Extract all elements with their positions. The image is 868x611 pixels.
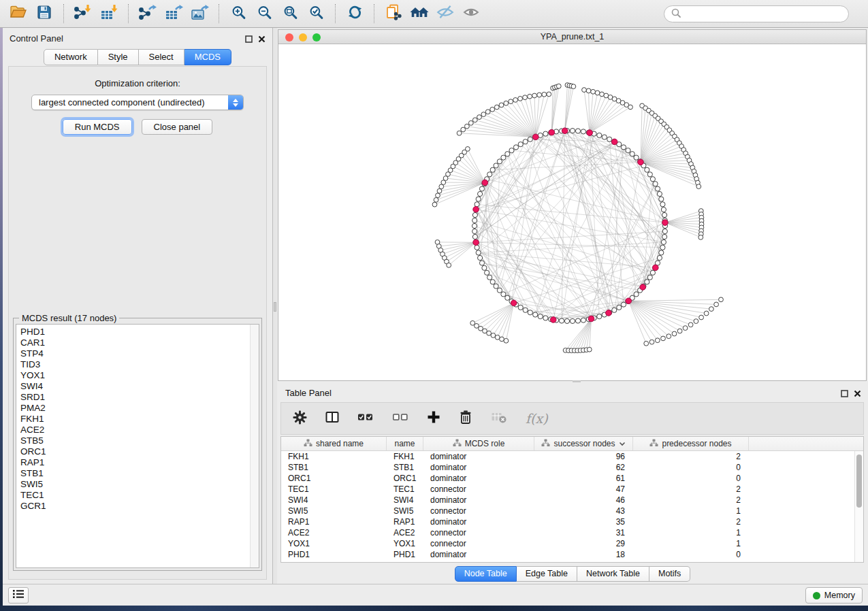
table-cell[interactable]: SWI4 [387,495,423,506]
table-cell[interactable]: 1 [633,538,749,549]
table-cell[interactable]: YOX1 [387,538,423,549]
new-network-from-selection-button[interactable] [381,3,406,24]
table-tab-node-table[interactable]: Node Table [455,566,517,582]
table-cell[interactable]: RAP1 [387,516,423,527]
table-cell[interactable]: 61 [534,473,633,484]
table-settings-button[interactable] [293,410,307,427]
tab-network[interactable]: Network [44,49,98,65]
table-row[interactable]: ACE2ACE2connector311 [281,527,854,538]
column-header-predecessor-nodes[interactable]: predecessor nodes [633,437,749,450]
table-cell[interactable]: 0 [633,549,749,560]
table-cell[interactable]: 0 [633,473,749,484]
column-header-MCDS-role[interactable]: MCDS role [423,437,534,450]
task-history-button[interactable] [8,587,29,604]
zoom-selected-button[interactable] [303,3,329,24]
table-cell[interactable]: connector [423,538,534,549]
network-canvas[interactable] [278,45,866,380]
table-cell[interactable]: 31 [534,527,633,538]
table-cell[interactable]: 29 [534,538,633,549]
table-cell[interactable]: SWI5 [387,506,423,516]
table-cell[interactable]: 43 [534,506,633,516]
splitter-grip[interactable] [274,302,276,312]
mcds-result-item[interactable]: ACE2 [16,425,259,435]
scrollbar-thumb[interactable] [856,455,862,508]
tab-select[interactable]: Select [139,49,184,65]
table-tab-network-table[interactable]: Network Table [577,566,649,582]
mcds-result-item[interactable]: ORC1 [16,446,259,457]
refresh-button[interactable] [342,3,368,24]
add-column-button[interactable] [427,410,440,427]
mcds-result-item[interactable]: STP4 [16,348,259,359]
table-cell[interactable]: dominator [423,473,534,484]
table-row[interactable]: STB1STB1dominator620 [281,462,854,473]
table-cell[interactable]: 0 [633,462,749,473]
mcds-result-item[interactable]: PHD1 [16,327,259,337]
table-row[interactable]: FKH1FKH1dominator962 [281,451,854,462]
table-cell[interactable]: 18 [534,549,633,560]
column-header-name[interactable]: name [387,437,423,450]
table-cell[interactable]: 2 [633,484,749,495]
table-cell[interactable]: dominator [423,495,534,506]
zoom-out-button[interactable] [251,3,277,24]
table-cell[interactable]: TEC1 [281,484,387,495]
table-cell[interactable]: PHD1 [281,549,387,560]
table-cell[interactable]: RAP1 [281,516,387,527]
mcds-result-item[interactable]: YOX1 [16,370,259,381]
result-scrollbar[interactable] [250,325,259,567]
first-neighbors-button[interactable] [406,3,432,24]
table-cell[interactable]: SWI4 [281,495,387,506]
mcds-result-item[interactable]: CAR1 [16,337,259,348]
table-cell[interactable]: connector [423,527,534,538]
hide-selected-button[interactable] [432,3,458,24]
mcds-result-item[interactable]: GCR1 [16,501,259,512]
search-input[interactable] [685,7,848,21]
dropdown-stepper-icon[interactable] [228,95,243,110]
table-cell[interactable]: STB1 [281,462,387,473]
export-image-button[interactable] [187,3,212,24]
table-row[interactable]: TEC1TEC1connector472 [281,484,854,495]
table-cell[interactable]: YOX1 [281,538,387,549]
table-cell[interactable]: dominator [423,549,534,560]
network-window[interactable]: YPA_prune.txt_1 [278,29,867,381]
table-tab-edge-table[interactable]: Edge Table [517,566,577,582]
mcds-result-item[interactable]: SWI4 [16,381,259,392]
vertical-splitter[interactable] [272,28,277,584]
table-row[interactable]: PHD1PHD1dominator180 [281,549,854,560]
table-cell[interactable]: 47 [534,484,633,495]
network-titlebar[interactable]: YPA_prune.txt_1 [278,30,866,44]
table-scrollbar[interactable] [854,451,863,562]
run-mcds-button[interactable]: Run MCDS [63,119,132,135]
zoom-fit-button[interactable] [277,3,303,24]
close-panel-icon[interactable] [854,388,861,400]
table-cell[interactable]: ACE2 [387,527,423,538]
table-cell[interactable]: ACE2 [281,527,387,538]
float-panel-icon[interactable] [245,33,253,46]
show-all-button[interactable] [458,3,484,24]
close-panel-button[interactable]: Close panel [142,119,213,135]
table-cell[interactable]: 46 [534,495,633,506]
table-cell[interactable]: 1 [633,506,749,516]
table-row[interactable]: YOX1YOX1connector291 [281,538,854,549]
delete-column-button[interactable] [459,410,472,427]
save-session-button[interactable] [31,3,57,24]
table-cell[interactable]: dominator [423,451,534,462]
table-cell[interactable]: dominator [423,462,534,473]
table-cell[interactable]: PHD1 [387,549,423,560]
splitter-grip[interactable] [573,380,581,382]
table-cell[interactable]: connector [423,506,534,516]
mcds-result-item[interactable]: STB1 [16,468,259,479]
mcds-result-listbox[interactable]: PHD1CAR1STP4TID3YOX1SWI4SRD1PMA2FKH1ACE2… [16,324,259,568]
tab-style[interactable]: Style [98,49,139,65]
mcds-result-item[interactable]: SRD1 [16,392,259,403]
criterion-dropdown[interactable]: largest connected component (undirected) [31,95,244,110]
export-table-button[interactable] [161,3,187,24]
table-cell[interactable]: SWI5 [281,506,387,516]
table-row[interactable]: ORC1ORC1dominator610 [281,473,854,484]
table-row[interactable]: SWI4SWI4dominator462 [281,495,854,506]
table-row[interactable]: SWI5SWI5connector431 [281,506,854,516]
table-cell[interactable]: connector [423,484,534,495]
memory-button[interactable]: Memory [805,587,863,604]
table-cell[interactable]: ORC1 [387,473,423,484]
table-cell[interactable]: 2 [633,495,749,506]
mcds-result-item[interactable]: TID3 [16,359,259,370]
